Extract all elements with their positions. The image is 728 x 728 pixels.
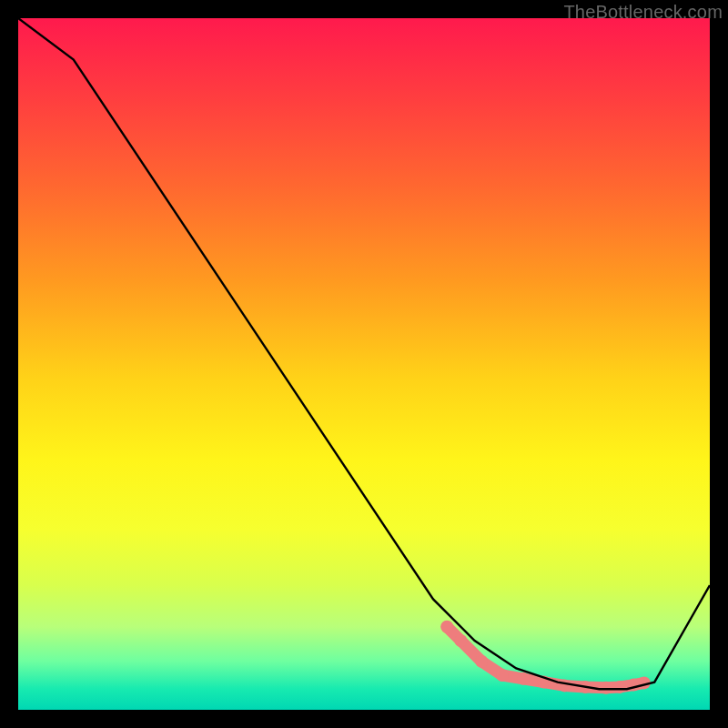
marker-dot — [517, 672, 530, 685]
chart-overlay — [18, 18, 710, 710]
marker-dot — [496, 669, 509, 682]
marker-dot — [600, 682, 612, 694]
marker-dot — [558, 679, 571, 692]
marker-dot — [440, 621, 453, 633]
marker-group — [440, 621, 651, 694]
curve-path — [18, 18, 710, 689]
watermark-text: TheBottleneck.com — [563, 2, 723, 23]
plot-area — [18, 18, 710, 710]
marker-dot — [454, 634, 467, 647]
marker-dot — [613, 681, 626, 693]
marker-dot — [475, 655, 488, 668]
chart-container: TheBottleneck.com — [0, 0, 728, 728]
